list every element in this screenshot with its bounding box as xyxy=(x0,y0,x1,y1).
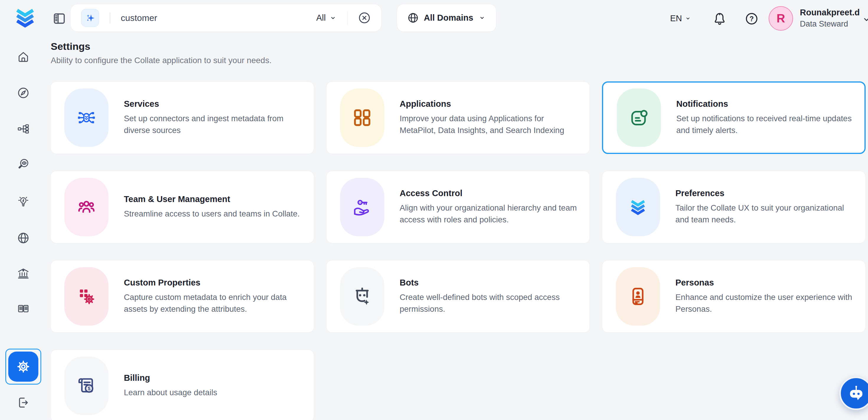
sidebar-item-insights[interactable] xyxy=(17,195,30,208)
sidebar-item-observability[interactable] xyxy=(17,157,30,171)
chevron-down-icon xyxy=(329,14,337,22)
collate-logo-icon xyxy=(627,197,649,218)
search-input[interactable] xyxy=(121,13,316,23)
chevron-down-icon xyxy=(684,15,692,22)
custom-properties-icon xyxy=(75,286,97,307)
svg-text:$: $ xyxy=(88,386,91,391)
card-text: Access Control Align with your organizat… xyxy=(400,188,577,226)
user-menu-chevron-icon[interactable] xyxy=(861,13,868,25)
all-domains-dropdown[interactable]: All Domains xyxy=(397,4,496,32)
card-preferences[interactable]: Preferences Tailor the Collate UX to sui… xyxy=(602,171,866,243)
card-personas[interactable]: Personas Enhance and customize the user … xyxy=(602,260,866,333)
notifications-icon-tile xyxy=(617,88,661,147)
govern-bank-icon xyxy=(17,267,30,280)
card-description: Tailor the Collate UX to suit your organ… xyxy=(675,202,844,226)
card-billing[interactable]: $ Billing Learn about usage details xyxy=(51,350,314,420)
card-text: Services Set up connectors and ingest me… xyxy=(124,99,283,136)
card-applications[interactable]: Applications Improve your data using App… xyxy=(326,82,590,154)
card-description: Set up connectors and ingest metadata fr… xyxy=(124,113,283,136)
card-title: Bots xyxy=(400,278,560,288)
card-title: Applications xyxy=(400,99,564,109)
card-description: Create well-defined bots with scoped acc… xyxy=(400,291,560,315)
sidebar-item-logout[interactable] xyxy=(16,395,30,410)
chat-bot-icon xyxy=(845,383,867,404)
card-text: Bots Create well-defined bots with scope… xyxy=(400,278,560,315)
card-title: Access Control xyxy=(400,188,577,198)
card-team-user-management[interactable]: Team & User Management Streamline access… xyxy=(51,171,314,243)
globe-icon xyxy=(407,12,419,24)
sidebar-toggle-icon[interactable] xyxy=(52,11,67,26)
sidebar-item-settings-selected[interactable] xyxy=(5,349,41,385)
card-custom-properties[interactable]: Custom Properties Capture custom metadat… xyxy=(51,260,314,333)
card-text: Applications Improve your data using App… xyxy=(400,99,564,136)
preferences-icon-tile xyxy=(616,178,660,236)
topbar: All xyxy=(0,0,868,37)
explore-compass-icon xyxy=(17,86,30,100)
ai-sparkle-icon[interactable] xyxy=(81,9,99,27)
card-description: Capture custom metadata to enrich your d… xyxy=(124,291,287,315)
applications-icon-tile xyxy=(340,88,384,147)
card-access-control[interactable]: Access Control Align with your organizat… xyxy=(326,171,590,243)
left-nav-sidebar xyxy=(0,37,46,420)
services-icon-tile xyxy=(64,88,108,147)
home-icon xyxy=(17,50,30,64)
collate-logo[interactable] xyxy=(13,5,37,31)
lineage-icon xyxy=(17,122,30,136)
card-description: Align with your organizational hierarchy… xyxy=(400,202,577,226)
user-menu[interactable]: Rounakpreet.d Data Steward xyxy=(800,8,860,29)
billing-receipt-icon: $ xyxy=(75,375,97,397)
personas-icon-tile xyxy=(616,267,660,326)
card-title: Billing xyxy=(124,373,217,383)
settings-gear-icon xyxy=(16,359,31,374)
divider xyxy=(347,11,348,25)
language-label: EN xyxy=(670,13,682,23)
sidebar-item-glossary[interactable] xyxy=(17,302,30,316)
card-description: Enhance and customize the user experienc… xyxy=(675,291,852,315)
help-button[interactable]: ? xyxy=(744,11,759,26)
insights-bulb-icon xyxy=(17,195,30,208)
card-title: Services xyxy=(124,99,283,109)
search-scope-dropdown[interactable]: All xyxy=(316,13,337,23)
settings-selected-tile xyxy=(8,352,38,382)
global-search-bar[interactable]: All xyxy=(70,4,382,32)
glossary-book-icon xyxy=(17,302,30,316)
bot-icon xyxy=(351,286,373,307)
card-text: Custom Properties Capture custom metadat… xyxy=(124,278,287,315)
domains-globe-icon xyxy=(17,231,30,245)
sidebar-item-lineage[interactable] xyxy=(17,122,30,136)
sidebar-item-domains[interactable] xyxy=(17,231,30,245)
clear-search-button[interactable] xyxy=(358,11,371,25)
card-text: Billing Learn about usage details xyxy=(124,373,217,398)
page-header: Settings Ability to configure the Collat… xyxy=(51,41,272,65)
card-description: Improve your data using Applications for… xyxy=(400,113,564,136)
observability-search-eye-icon xyxy=(17,157,30,171)
sidebar-item-govern[interactable] xyxy=(17,267,30,280)
domains-label: All Domains xyxy=(424,13,473,23)
applications-grid-icon xyxy=(352,107,373,128)
card-bots[interactable]: Bots Create well-defined bots with scope… xyxy=(326,260,590,333)
card-description: Learn about usage details xyxy=(124,387,217,398)
card-title: Personas xyxy=(675,278,852,288)
divider xyxy=(110,12,110,24)
language-dropdown[interactable]: EN xyxy=(670,0,692,37)
card-text: Notifications Set up notifications to re… xyxy=(676,99,852,136)
bots-icon-tile xyxy=(340,267,384,326)
card-notifications[interactable]: Notifications Set up notifications to re… xyxy=(602,82,866,154)
chevron-down-icon xyxy=(478,14,486,22)
card-title: Custom Properties xyxy=(124,278,287,288)
team-icon-tile xyxy=(64,178,108,236)
help-icon: ? xyxy=(744,11,759,26)
logout-icon xyxy=(16,395,30,410)
notifications-icon xyxy=(628,107,650,129)
custom-properties-icon-tile xyxy=(64,267,108,326)
sidebar-item-explore[interactable] xyxy=(17,86,30,100)
user-name: Rounakpreet.d xyxy=(800,8,860,18)
user-role: Data Steward xyxy=(800,20,860,29)
notifications-bell-button[interactable] xyxy=(712,11,727,26)
card-text: Preferences Tailor the Collate UX to sui… xyxy=(675,188,844,226)
collate-settings-page: All xyxy=(0,0,868,420)
page-title: Settings xyxy=(51,41,272,52)
sidebar-item-home[interactable] xyxy=(17,50,30,64)
card-services[interactable]: Services Set up connectors and ingest me… xyxy=(51,82,314,154)
user-avatar[interactable]: R xyxy=(769,6,793,31)
